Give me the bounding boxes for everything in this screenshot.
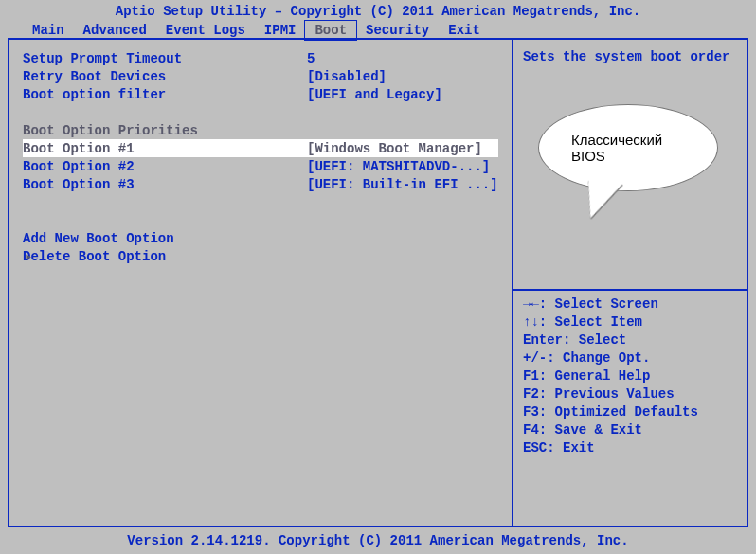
boot-option-1[interactable]: Boot Option #1 [Windows Boot Manager] [23,139,498,157]
menu-main[interactable]: Main [23,21,74,40]
setting-label: Boot option filter [23,87,307,102]
setting-value: [Disabled] [307,69,498,84]
key-hint: +/-: Change Opt. [523,350,737,368]
boot-option-2[interactable]: Boot Option #2 [UEFI: MATSHITADVD-...] [23,157,498,175]
menu-boot[interactable]: Boot [305,21,356,40]
setting-retry-boot-devices[interactable]: Retry Boot Devices [Disabled] [23,67,498,85]
setting-value: [UEFI and Legacy] [307,87,498,102]
menu-advanced[interactable]: Advanced [74,21,156,40]
add-boot-option[interactable]: Add New Boot Option [23,229,498,247]
setting-value: [Windows Boot Manager] [307,141,498,156]
key-hint: ↑↓: Select Item [523,314,737,332]
key-hint: F3: Optimized Defaults [523,404,737,422]
setting-value: [UEFI: Built-in EFI ...] [307,177,498,192]
setting-boot-option-filter[interactable]: Boot option filter [UEFI and Legacy] [23,85,498,103]
delete-boot-option[interactable]: ▸ Delete Boot Option [23,247,498,265]
setting-setup-prompt-timeout[interactable]: Setup Prompt Timeout 5 [23,49,498,67]
content-frame: Setup Prompt Timeout 5 Retry Boot Device… [8,38,748,527]
boot-priorities-header: Boot Option Priorities [23,121,498,139]
setting-value: 5 [307,51,498,66]
key-hint: F4: Save & Exit [523,422,737,440]
boot-option-3[interactable]: Boot Option #3 [UEFI: Built-in EFI ...] [23,175,498,193]
key-hint: →←: Select Screen [523,296,737,314]
help-divider [513,289,747,291]
setting-label: Boot Option #2 [23,159,307,174]
key-hint: Enter: Select [523,332,737,350]
cursor-indicator-icon: ▸ [25,248,32,264]
bios-screen: Aptio Setup Utility – Copyright (C) 2011… [0,0,756,554]
setting-label: Boot Option #3 [23,177,307,192]
menu-exit[interactable]: Exit [439,21,490,40]
key-hint: ESC: Exit [523,440,737,458]
bios-footer: Version 2.14.1219. Copyright (C) 2011 Am… [0,533,756,548]
key-hint: F1: General Help [523,368,737,386]
setting-label: Boot Option #1 [23,141,307,156]
bios-title: Aptio Setup Utility – Copyright (C) 2011… [0,0,756,21]
setting-value: [UEFI: MATSHITADVD-...] [307,159,498,174]
setting-label: Retry Boot Devices [23,69,307,84]
key-hint: F2: Previous Values [523,386,737,404]
menu-security[interactable]: Security [356,21,439,40]
menubar: Main Advanced Event Logs IPMI Boot Secur… [0,21,756,40]
setting-label: Setup Prompt Timeout [23,51,307,66]
menu-ipmi[interactable]: IPMI [255,21,306,40]
help-text: Sets the system boot order [523,49,737,67]
menu-eventlogs[interactable]: Event Logs [156,21,255,40]
help-panel: Sets the system boot order →←: Select Sc… [512,40,747,526]
settings-panel: Setup Prompt Timeout 5 Retry Boot Device… [9,40,512,526]
